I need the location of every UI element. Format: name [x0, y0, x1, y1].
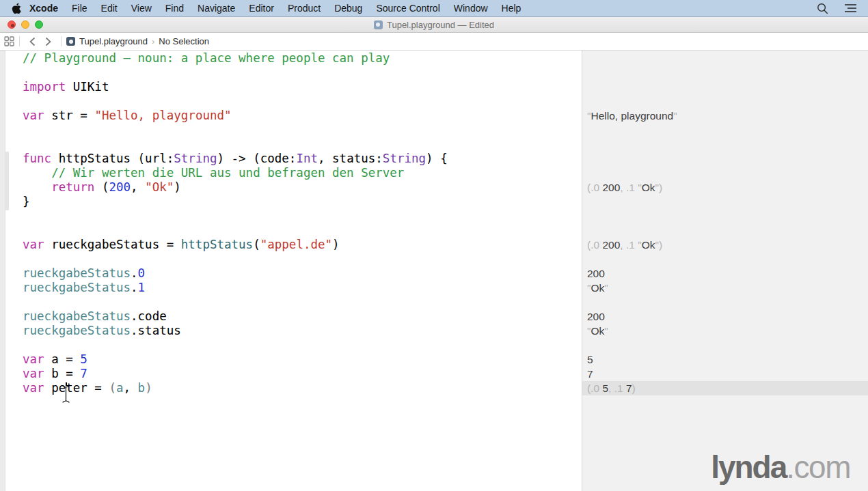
code-line[interactable]: import UIKit: [0, 80, 582, 94]
menu-items: XcodeFileEditViewFindNavigateEditorProdu…: [23, 0, 528, 16]
back-button[interactable]: [25, 37, 40, 46]
spotlight-search-icon[interactable]: [817, 3, 828, 14]
watermark-bold: lynda: [711, 449, 786, 485]
result-value: 7: [582, 367, 868, 381]
menu-item-window[interactable]: Window: [447, 0, 495, 16]
apple-icon: [12, 3, 21, 14]
chevron-right-icon: [44, 37, 52, 46]
zoom-button[interactable]: [35, 20, 43, 29]
menu-item-find[interactable]: Find: [159, 0, 191, 16]
menu-item-debug[interactable]: Debug: [327, 0, 369, 16]
minimize-button[interactable]: [21, 20, 29, 29]
document-proxy-icon[interactable]: [374, 20, 383, 29]
code-line[interactable]: rueckgabeStatus.status: [0, 324, 582, 338]
code-line[interactable]: rueckgabeStatus.code: [0, 309, 582, 324]
menu-bar: XcodeFileEditViewFindNavigateEditorProdu…: [0, 0, 868, 17]
editor-area: // Playground — noun: a place where peop…: [0, 51, 868, 491]
breadcrumb-selection[interactable]: No Selection: [159, 36, 209, 46]
code-line[interactable]: var rueckgabeStatus = httpStatus("appel.…: [0, 238, 582, 252]
code-line[interactable]: // Wir werten die URL aus und befragen d…: [0, 166, 582, 180]
result-value: (.0 200, .1 "Ok"): [582, 180, 868, 195]
result-value: 200: [582, 309, 868, 324]
playground-file-icon[interactable]: [66, 37, 75, 46]
breadcrumb-separator: ›: [152, 36, 154, 46]
code-line[interactable]: // Playground — noun: a place where peop…: [0, 51, 582, 66]
result-value: (.0 200, .1 "Ok"): [582, 238, 868, 252]
code-line[interactable]: var peter = (a, b): [0, 381, 582, 395]
result-value: (.0 5, .1 7): [582, 381, 868, 395]
source-editor[interactable]: // Playground — noun: a place where peop…: [0, 51, 582, 491]
code-line[interactable]: var b = 7: [0, 367, 582, 381]
watermark-light: .com: [786, 449, 850, 485]
apple-menu[interactable]: [12, 3, 21, 14]
menu-item-editor[interactable]: Editor: [242, 0, 281, 16]
window-title-bar: Tupel.playground — Edited: [0, 17, 868, 33]
result-value: "Hello, playground": [582, 109, 868, 123]
edited-dot-icon: [11, 24, 14, 27]
code-line[interactable]: rueckgabeStatus.0: [0, 266, 582, 281]
lynda-watermark: lynda.com: [711, 449, 850, 486]
forward-button[interactable]: [40, 37, 56, 46]
code-line[interactable]: }: [0, 195, 582, 209]
code-line[interactable]: rueckgabeStatus.1: [0, 281, 582, 295]
code-line[interactable]: var str = "Hello, playground": [0, 109, 582, 123]
window-title: Tupel.playground — Edited: [387, 20, 494, 30]
menu-item-file[interactable]: File: [65, 0, 94, 16]
result-value: 5: [582, 352, 868, 367]
chevron-left-icon: [29, 37, 36, 46]
close-button[interactable]: [8, 20, 16, 29]
result-value: "Ok": [582, 324, 868, 338]
result-value: 200: [582, 266, 868, 281]
related-items-icon[interactable]: [4, 36, 14, 46]
notification-center-icon[interactable]: [844, 3, 857, 13]
menu-item-view[interactable]: View: [124, 0, 159, 16]
menu-item-xcode[interactable]: Xcode: [23, 0, 65, 16]
menu-item-navigate[interactable]: Navigate: [191, 0, 242, 16]
traffic-lights: [8, 20, 43, 29]
result-value: "Ok": [582, 281, 868, 295]
menu-item-source-control[interactable]: Source Control: [369, 0, 446, 16]
menu-item-edit[interactable]: Edit: [94, 0, 124, 16]
code-line[interactable]: func httpStatus (url:String) -> (code:In…: [0, 152, 582, 166]
jump-bar: Tupel.playground › No Selection: [0, 33, 868, 51]
menu-item-product[interactable]: Product: [281, 0, 327, 16]
breadcrumb-file[interactable]: Tupel.playground: [79, 36, 148, 46]
results-sidebar: lynda.com "Hello, playground"(.0 200, .1…: [582, 51, 868, 491]
code-line[interactable]: return (200, "Ok"): [0, 180, 582, 195]
code-line[interactable]: var a = 5: [0, 352, 582, 367]
menu-item-help[interactable]: Help: [495, 0, 528, 16]
